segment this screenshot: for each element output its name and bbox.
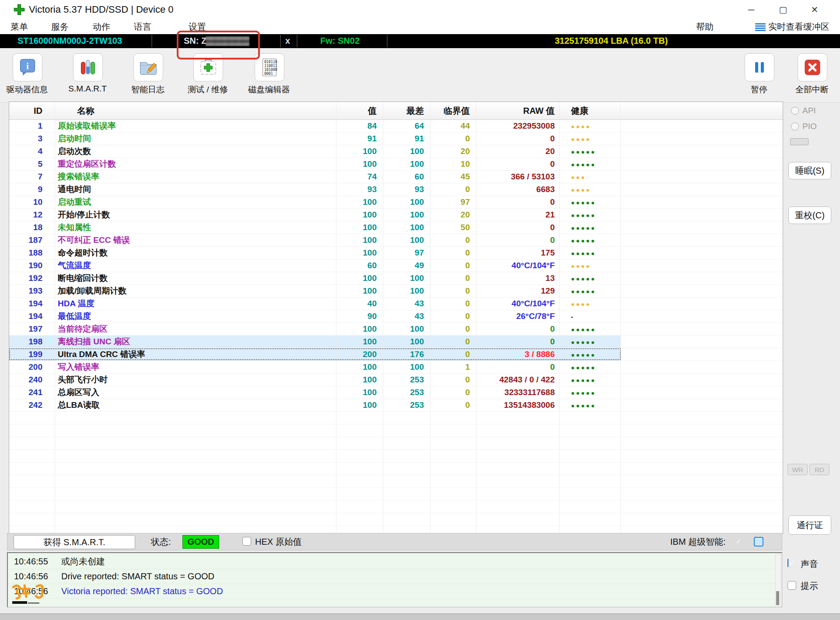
- cell-id: 18: [9, 221, 55, 234]
- smart-row-190[interactable]: 190气流温度6049040°C/104°F●●●●: [9, 259, 783, 272]
- cell-worst: 64: [383, 120, 430, 132]
- smart-row-18[interactable]: 18未知属性100100500●●●●●: [9, 221, 783, 234]
- cell-thr: 97: [430, 196, 476, 208]
- smart-row-10[interactable]: 10启动重试100100970●●●●●: [9, 196, 783, 209]
- cell-id: 187: [9, 234, 55, 246]
- cell-thr: 0: [430, 348, 476, 361]
- header-worst[interactable]: 最差: [383, 102, 430, 119]
- smart-row-9[interactable]: 9通电时间939306683●●●●: [9, 183, 783, 196]
- smart-row-1[interactable]: 1原始读取错误率846444232953008●●●●: [9, 120, 783, 133]
- cell-raw: 232953008: [476, 120, 560, 132]
- pause-button[interactable]: [745, 53, 774, 81]
- smart-row-188[interactable]: 188命令超时计数100970175●●●●●: [9, 247, 783, 259]
- cell-value: [336, 475, 383, 487]
- header-id[interactable]: ID: [9, 102, 55, 119]
- disk-editor-button[interactable]: 010110 110011 101000 0001: [255, 53, 284, 81]
- cell-name: 启动重试: [55, 196, 336, 208]
- smart-row-193[interactable]: 193加载/卸载周期计数1001000129●●●●●: [9, 285, 783, 298]
- smart-row-194[interactable]: 194最低温度9043026°C/78°F-: [9, 310, 783, 323]
- api-radio[interactable]: [791, 107, 799, 115]
- health-dots: ●●●●●: [571, 224, 596, 231]
- menu-main[interactable]: 菜单: [10, 21, 28, 33]
- smart-row-5[interactable]: 5重定位扇区计数100100100●●●●●: [9, 158, 783, 171]
- cell-name: [55, 462, 336, 475]
- header-health[interactable]: 健康: [560, 102, 621, 119]
- header-threshold[interactable]: 临界值: [430, 102, 476, 119]
- log-time: 10:46:55: [14, 554, 48, 569]
- drive-info-button[interactable]: i: [13, 53, 42, 81]
- health-dots: ●●●●: [571, 123, 591, 130]
- recalibrate-button[interactable]: 重校(C): [788, 207, 831, 224]
- log-scrollbar-thumb[interactable]: [776, 591, 779, 605]
- cell-worst: 97: [383, 247, 430, 259]
- passport-button[interactable]: 通行证: [788, 515, 831, 535]
- smart-row-242[interactable]: 242总LBA读取100253013514383006●●●●●: [9, 399, 783, 412]
- cell-name: 最低温度: [55, 310, 336, 322]
- maximize-icon[interactable]: ▢: [774, 2, 793, 18]
- cell-health: ●●●●●: [560, 348, 621, 361]
- minimize-icon[interactable]: ─: [742, 2, 761, 18]
- smart-row-241[interactable]: 241总扇区写入100253032333117688●●●●●: [9, 386, 783, 399]
- rd-button[interactable]: RD: [809, 464, 830, 475]
- smart-row-200[interactable]: 200写入错误率10010010●●●●●: [9, 361, 783, 374]
- cell-id: 188: [9, 247, 55, 259]
- header-value[interactable]: 值: [336, 102, 383, 119]
- smart-row-7[interactable]: 7搜索错误率746045366 / 53103●●●: [9, 171, 783, 183]
- cell-name: 总LBA读取: [55, 399, 336, 411]
- serial-close-icon[interactable]: x: [285, 36, 290, 46]
- cell-value: 100: [336, 323, 383, 335]
- cell-name: 气流温度: [55, 259, 336, 272]
- smart-row-240[interactable]: 240头部飞行小时100253042843 / 0 / 422●●●●●: [9, 374, 783, 386]
- cell-id: 5: [9, 158, 55, 170]
- smart-row-3[interactable]: 3启动时间919100●●●●: [9, 133, 783, 145]
- smart-row-198[interactable]: 198离线扫描 UNC 扇区10010000●●●●●: [9, 336, 783, 348]
- cell-raw: [476, 475, 560, 487]
- cell-worst: 100: [383, 234, 430, 246]
- cell-health: [560, 412, 621, 424]
- log-scrollbar[interactable]: [775, 554, 781, 607]
- smart-log-button[interactable]: [133, 53, 163, 81]
- empty-row: [9, 462, 783, 475]
- smart-row-192[interactable]: 192断电缩回计数100100013●●●●●: [9, 272, 783, 285]
- cell-worst: 100: [383, 285, 430, 297]
- sleep-button[interactable]: 睡眠(S): [788, 162, 831, 179]
- cell-value: [336, 450, 383, 462]
- cell-health: [560, 488, 621, 500]
- cell-raw: 26°C/78°F: [476, 310, 560, 322]
- cell-worst: 100: [383, 209, 430, 221]
- smart-button[interactable]: [73, 53, 103, 81]
- get-smart-button[interactable]: 获得 S.M.A.R.T.: [14, 535, 135, 549]
- hint-checkbox[interactable]: [788, 581, 796, 590]
- pio-radio[interactable]: [791, 123, 799, 130]
- cell-thr: 0: [430, 259, 476, 272]
- cell-value: 200: [336, 348, 383, 361]
- cell-value: 84: [336, 120, 383, 132]
- sound-checkbox[interactable]: [788, 559, 788, 567]
- table-body: 1原始读取错误率846444232953008●●●●3启动时间919100●●…: [9, 120, 783, 534]
- empty-row: [9, 437, 783, 450]
- menu-buffer-view[interactable]: 实时查看缓冲区: [768, 21, 830, 33]
- cell-raw: [476, 450, 560, 462]
- abort-all-button[interactable]: [798, 53, 827, 81]
- menu-actions[interactable]: 动作: [93, 21, 110, 33]
- drive-model[interactable]: ST16000NM000J-2TW103: [18, 36, 122, 46]
- header-raw[interactable]: RAW 值: [476, 102, 560, 119]
- smart-row-187[interactable]: 187不可纠正 ECC 错误10010000●●●●●: [9, 234, 783, 247]
- close-icon[interactable]: ✕: [805, 2, 824, 18]
- menu-language[interactable]: 语言: [134, 21, 151, 33]
- smart-row-199[interactable]: 199Ultra DMA CRC 错误率20017603 / 8886●●●●●: [9, 348, 783, 361]
- pause-icon: [752, 60, 767, 75]
- hex-raw-checkbox[interactable]: [242, 537, 251, 546]
- menu-service[interactable]: 服务: [51, 21, 69, 33]
- header-name[interactable]: 名称: [55, 102, 336, 119]
- wr-button[interactable]: WR: [788, 464, 808, 475]
- smart-row-4[interactable]: 4启动次数1001002020●●●●●: [9, 145, 783, 158]
- smart-row-197[interactable]: 197当前待定扇区10010000●●●●●: [9, 323, 783, 336]
- health-dots: ●●●●●: [571, 250, 596, 257]
- smart-row-12[interactable]: 12开始/停止计数1001002021●●●●●: [9, 209, 783, 221]
- ibm-smart-square-checkbox[interactable]: [754, 537, 763, 546]
- menu-help[interactable]: 帮助: [696, 21, 714, 33]
- menu-settings[interactable]: 设置: [189, 21, 206, 33]
- smart-row-194[interactable]: 194HDA 温度4043040°C/104°F●●●●: [9, 298, 783, 310]
- test-repair-button[interactable]: [193, 53, 223, 81]
